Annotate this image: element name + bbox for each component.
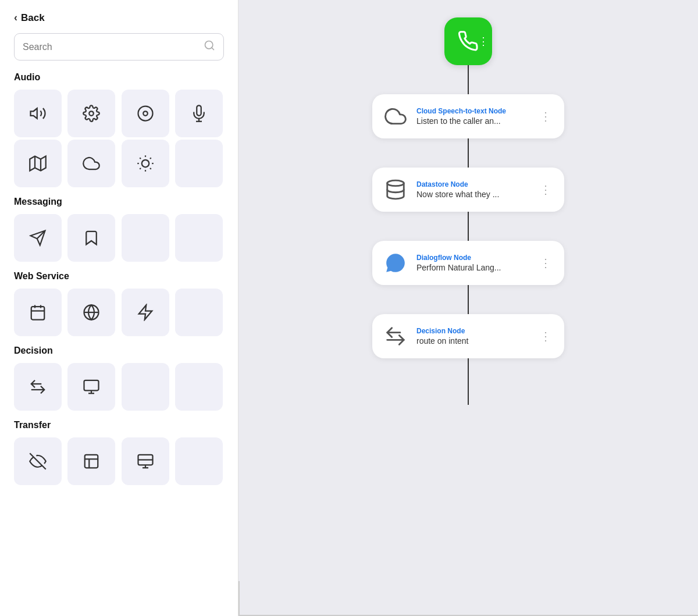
dialogflow-icon xyxy=(383,250,408,276)
webservice-grid xyxy=(14,289,224,336)
tr-screen-tile[interactable] xyxy=(122,437,169,485)
decision-desc: route on intent xyxy=(416,336,529,346)
cloud-speech-menu-icon[interactable]: ⋮ xyxy=(537,107,554,126)
start-node[interactable]: ⋮ xyxy=(444,17,492,65)
svg-marker-2 xyxy=(31,108,37,119)
back-label: Back xyxy=(21,12,45,24)
audio-settings-tile[interactable] xyxy=(67,90,115,137)
ws-zap-tile[interactable] xyxy=(122,289,169,336)
search-input[interactable] xyxy=(23,42,199,52)
messaging-grid xyxy=(14,214,224,262)
datastore-type-label: Datastore Node xyxy=(416,180,529,188)
section-title-webservice: Web Service xyxy=(14,271,224,282)
section-title-transfer: Transfer xyxy=(14,420,224,430)
audio-mic-tile[interactable] xyxy=(175,90,223,137)
dialogflow-type-label: Dialogflow Node xyxy=(416,254,529,262)
section-webservice: Web Service xyxy=(0,271,238,346)
connector-5 xyxy=(468,358,469,405)
dialogflow-menu-icon[interactable]: ⋮ xyxy=(537,254,554,272)
svg-line-15 xyxy=(149,168,151,169)
dec-empty-1 xyxy=(122,363,169,411)
section-transfer: Transfer xyxy=(0,420,238,494)
datastore-desc: Now store what they ... xyxy=(416,190,529,199)
section-decision: Decision xyxy=(0,346,238,420)
msg-bookmark-tile[interactable] xyxy=(67,214,115,262)
audio-cloud-tile[interactable] xyxy=(67,140,115,187)
svg-line-14 xyxy=(140,158,141,159)
msg-empty-1 xyxy=(122,214,169,262)
audio-volume-tile[interactable] xyxy=(14,90,62,137)
cloud-speech-icon xyxy=(383,104,408,129)
svg-rect-35 xyxy=(85,455,98,468)
decision-grid xyxy=(14,363,224,411)
dec-monitor-tile[interactable] xyxy=(67,363,115,411)
node-cloud-speech[interactable]: Cloud Speech-to-text Node Listen to the … xyxy=(372,94,564,138)
dec-split-tile[interactable] xyxy=(14,363,62,411)
audio-grid-row2 xyxy=(14,140,224,187)
audio-empty-tile xyxy=(175,140,223,187)
svg-rect-22 xyxy=(31,307,45,320)
decision-icon xyxy=(383,323,408,349)
msg-empty-2 xyxy=(175,214,223,262)
connector-2 xyxy=(468,138,469,168)
connector-4 xyxy=(468,285,469,314)
svg-line-1 xyxy=(212,48,214,50)
audio-map-tile[interactable] xyxy=(14,140,62,187)
section-messaging: Messaging xyxy=(0,197,238,271)
section-title-audio: Audio xyxy=(14,72,224,83)
section-title-messaging: Messaging xyxy=(14,197,224,207)
cloud-speech-desc: Listen to the caller an... xyxy=(416,116,529,126)
datastore-content: Datastore Node Now store what they ... xyxy=(416,180,529,199)
search-bar xyxy=(14,33,224,60)
svg-line-19 xyxy=(149,158,151,159)
decision-type-label: Decision Node xyxy=(416,327,529,335)
tr-empty-1 xyxy=(175,437,223,485)
node-decision[interactable]: Decision Node route on intent ⋮ xyxy=(372,314,564,358)
dec-empty-2 xyxy=(175,363,223,411)
cloud-speech-type-label: Cloud Speech-to-text Node xyxy=(416,107,529,115)
svg-point-4 xyxy=(138,106,152,121)
svg-point-42 xyxy=(387,180,404,186)
ws-calendar-tile[interactable] xyxy=(14,289,62,336)
back-button[interactable]: ‹ Back xyxy=(0,0,238,33)
node-dialogflow[interactable]: Dialogflow Node Perform Natural Lang... … xyxy=(372,241,564,285)
svg-rect-31 xyxy=(84,380,99,391)
ws-globe-tile[interactable] xyxy=(67,289,115,336)
transfer-grid xyxy=(14,437,224,485)
tr-eye-off-tile[interactable] xyxy=(14,437,62,485)
canvas-area: ⋮ Cloud Speech-to-text Node Listen to th… xyxy=(238,0,698,405)
canvas-left-border xyxy=(238,581,240,616)
svg-marker-28 xyxy=(138,305,152,320)
msg-send-tile[interactable] xyxy=(14,214,62,262)
svg-point-5 xyxy=(143,111,148,116)
svg-line-18 xyxy=(140,168,141,169)
audio-grid-row1 xyxy=(14,90,224,137)
ws-empty-1 xyxy=(175,289,223,336)
search-icon xyxy=(204,40,215,54)
dialogflow-desc: Perform Natural Lang... xyxy=(416,263,529,272)
svg-point-11 xyxy=(141,160,149,168)
svg-marker-8 xyxy=(30,156,46,171)
connector-1 xyxy=(468,65,469,94)
datastore-menu-icon[interactable]: ⋮ xyxy=(537,180,554,199)
left-panel: ‹ Back Audio xyxy=(0,0,238,616)
tr-columns-tile[interactable] xyxy=(67,437,115,485)
audio-sun-tile[interactable] xyxy=(122,140,169,187)
section-audio: Audio xyxy=(0,72,238,197)
cloud-speech-content: Cloud Speech-to-text Node Listen to the … xyxy=(416,107,529,126)
chevron-left-icon: ‹ xyxy=(14,12,17,24)
decision-menu-icon[interactable]: ⋮ xyxy=(537,327,554,346)
svg-point-3 xyxy=(90,111,94,116)
decision-content: Decision Node route on intent xyxy=(416,327,529,346)
connector-3 xyxy=(468,212,469,241)
audio-record-tile[interactable] xyxy=(122,90,169,137)
datastore-icon xyxy=(383,177,408,202)
right-canvas-panel: ⋮ Cloud Speech-to-text Node Listen to th… xyxy=(238,0,698,616)
node-datastore[interactable]: Datastore Node Now store what they ... ⋮ xyxy=(372,168,564,212)
section-title-decision: Decision xyxy=(14,346,224,356)
dialogflow-content: Dialogflow Node Perform Natural Lang... xyxy=(416,254,529,272)
